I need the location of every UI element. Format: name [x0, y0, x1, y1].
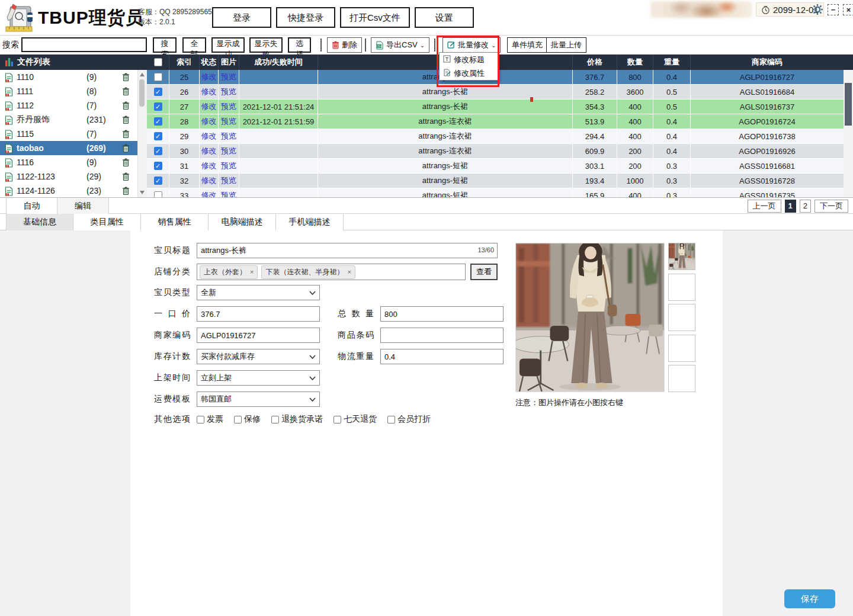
row-checkbox[interactable]: ✓: [154, 117, 162, 126]
price-input[interactable]: [197, 306, 320, 322]
listing-time-select[interactable]: 立刻上架: [197, 370, 320, 386]
all-button[interactable]: 全部: [182, 37, 206, 53]
header-button-0[interactable]: 登录: [212, 7, 271, 28]
table-row-26[interactable]: ✓26修改预览attrangs-长裙258.236000.5AGLS019166…: [147, 85, 844, 100]
tab-手机端描述[interactable]: 手机端描述: [276, 214, 344, 230]
edit-link[interactable]: 修改: [201, 116, 217, 127]
trash-icon[interactable]: [122, 86, 130, 96]
option-checkbox[interactable]: [234, 416, 242, 424]
preview-link[interactable]: 预览: [221, 101, 236, 112]
show-fail-button[interactable]: 显示失败: [249, 37, 283, 53]
export-csv-button[interactable]: CSV 导出CSV ⌄: [371, 37, 429, 53]
select-all-checkbox[interactable]: [154, 58, 162, 66]
trash-icon[interactable]: [122, 171, 130, 181]
header-button-2[interactable]: 打开Csv文件: [340, 7, 410, 28]
option-checkbox[interactable]: [333, 416, 341, 424]
table-row-29[interactable]: ✓29修改预览attrangs-连衣裙294.44000.4AGOP019167…: [147, 129, 844, 144]
trash-icon[interactable]: [122, 100, 130, 110]
option-checkbox[interactable]: [271, 416, 279, 424]
search-button[interactable]: 搜索: [153, 37, 177, 53]
item-type-select[interactable]: 全新: [197, 285, 320, 300]
trash-icon[interactable]: [122, 143, 130, 153]
show-success-button[interactable]: 显示成功: [211, 37, 245, 53]
minimize-button[interactable]: −: [828, 4, 839, 15]
product-photo[interactable]: [515, 243, 665, 392]
preview-link[interactable]: 预览: [221, 131, 236, 142]
table-row-27[interactable]: ✓27修改预览2021-12-01 21:51:24attrangs-长裙354…: [147, 100, 844, 114]
preview-link[interactable]: 预览: [221, 72, 236, 82]
scroll-down-icon[interactable]: [140, 191, 145, 194]
delete-button[interactable]: 删除: [327, 37, 362, 53]
tab-基础信息[interactable]: 基础信息: [6, 214, 73, 230]
stock-count-select[interactable]: 买家付款减库存: [197, 349, 320, 364]
preview-link[interactable]: 预览: [221, 86, 236, 97]
tab-edit[interactable]: 编辑: [57, 198, 109, 214]
trash-icon[interactable]: [122, 185, 130, 195]
edit-link[interactable]: 修改: [201, 175, 217, 186]
tab-类目属性[interactable]: 类目属性: [73, 214, 141, 230]
batch-upload-button[interactable]: 批量上传: [546, 37, 586, 53]
edit-link[interactable]: 修改: [201, 161, 217, 171]
scrollbar-thumb[interactable]: [139, 79, 145, 107]
option-checkbox[interactable]: [387, 416, 395, 424]
sidebar-item-1122-1123[interactable]: X1122-1123(29): [0, 169, 137, 184]
sidebar-item-1124-1126[interactable]: X1124-1126(23): [0, 184, 137, 197]
preview-link[interactable]: 预览: [221, 161, 236, 171]
edit-link[interactable]: 修改: [201, 146, 217, 156]
tab-销售属性[interactable]: 销售属性: [141, 214, 209, 230]
row-checkbox[interactable]: ✓: [154, 162, 162, 170]
tab-auto[interactable]: 自动: [6, 198, 57, 214]
sidebar-item-1115[interactable]: X1115(7): [0, 127, 137, 141]
page-number-1[interactable]: 1: [785, 200, 796, 213]
preview-link[interactable]: 预览: [221, 190, 236, 197]
preview-link[interactable]: 预览: [221, 146, 236, 156]
item-title-input[interactable]: [197, 243, 498, 258]
row-checkbox[interactable]: ✓: [154, 102, 162, 111]
save-button[interactable]: 保存: [784, 589, 835, 608]
quantity-input[interactable]: [380, 306, 504, 322]
preview-link[interactable]: 预览: [221, 116, 236, 127]
file-list-scrollbar[interactable]: [137, 70, 146, 197]
trash-icon[interactable]: [122, 114, 130, 124]
row-checkbox[interactable]: ✓: [154, 177, 162, 185]
next-page-button[interactable]: 下一页: [814, 200, 848, 213]
scroll-up-icon[interactable]: [140, 73, 145, 76]
remove-tag-icon[interactable]: ×: [347, 268, 351, 275]
row-checkbox[interactable]: ✓: [154, 132, 162, 140]
sidebar-item-1112[interactable]: X1112(7): [0, 98, 137, 113]
edit-link[interactable]: 修改: [201, 86, 217, 97]
option-checkbox[interactable]: [197, 416, 204, 424]
menu-item-edit-title[interactable]: T修改标题: [440, 53, 498, 66]
table-row-31[interactable]: ✓31修改预览attrangs-短裙303.12000.3AGSS0191668…: [147, 159, 844, 174]
scrollbar-thumb[interactable]: [845, 83, 852, 126]
table-row-33[interactable]: 33修改预览attrangs-短裙165.94000.3AGSS01916735: [147, 188, 844, 197]
menu-item-edit-attribute[interactable]: 修改属性: [440, 66, 498, 80]
barcode-input[interactable]: [380, 328, 504, 343]
table-scrollbar[interactable]: [844, 54, 853, 197]
header-button-3[interactable]: 设置: [415, 7, 474, 28]
shipping-template-select[interactable]: 韩国直邮: [197, 392, 320, 407]
preview-link[interactable]: 预览: [221, 175, 236, 186]
batch-edit-button[interactable]: 批量修改 ⌄: [442, 37, 501, 53]
sidebar-item-1110[interactable]: X1110(9): [0, 70, 137, 84]
thumbnail-2[interactable]: [668, 274, 695, 301]
close-button[interactable]: ×: [843, 4, 853, 15]
sidebar-item-taobao[interactable]: Xtaobao(269): [0, 141, 137, 155]
remove-tag-icon[interactable]: ×: [250, 268, 254, 275]
edit-link[interactable]: 修改: [201, 101, 217, 112]
table-row-28[interactable]: ✓28修改预览2021-12-01 21:51:59attrangs-连衣裙51…: [147, 114, 844, 129]
sidebar-item-1111[interactable]: X1111(8): [0, 84, 137, 98]
header-button-1[interactable]: 快捷登录: [276, 7, 335, 28]
sidebar-item-乔丹服饰[interactable]: X乔丹服饰(231): [0, 113, 137, 127]
thumbnail-5[interactable]: [668, 365, 695, 392]
merchant-code-input[interactable]: [197, 328, 320, 343]
page-number-2[interactable]: 2: [800, 200, 811, 213]
weight-input[interactable]: [380, 349, 504, 364]
edit-link[interactable]: 修改: [201, 72, 217, 82]
row-checkbox[interactable]: ✓: [154, 147, 162, 155]
trash-icon[interactable]: [122, 129, 130, 139]
edit-link[interactable]: 修改: [201, 190, 217, 197]
trash-icon[interactable]: [122, 72, 130, 82]
gear-icon[interactable]: [812, 4, 823, 15]
row-checkbox[interactable]: [154, 191, 162, 197]
